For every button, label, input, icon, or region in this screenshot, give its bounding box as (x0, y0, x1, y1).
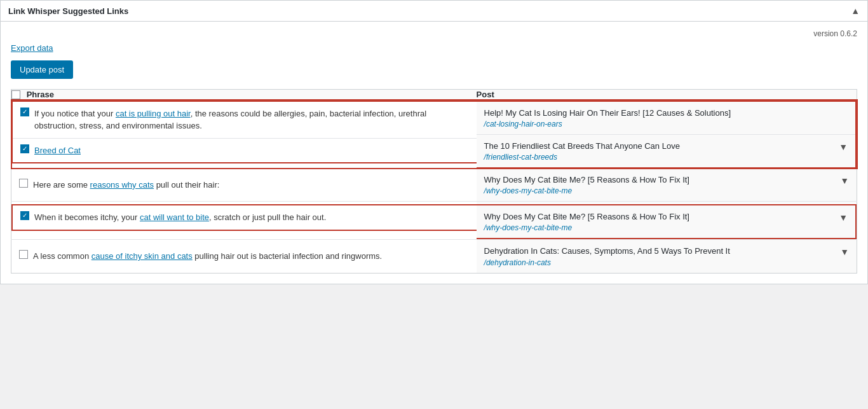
panel-header: Link Whisper Suggested Links ▲ (1, 1, 867, 22)
row1-sub-checkbox[interactable] (20, 144, 29, 153)
row1-post-title: Help! My Cat Is Losing Hair On Their Ear… (484, 107, 731, 119)
phrase-column-header: Phrase (11, 90, 477, 101)
row1-post-url[interactable]: /cat-losing-hair-on-ears (484, 120, 562, 128)
phrase-cell: When it becomes itchy, your cat will wan… (11, 202, 477, 240)
row4-checkbox[interactable] (19, 250, 28, 259)
row4-phrase-text: A less common cause of itchy skin and ca… (33, 250, 382, 263)
row1-phrase-text: If you notice that your cat is pulling o… (34, 107, 469, 132)
row1-phrase-link[interactable]: cat is pulling out hair (116, 109, 191, 118)
row1-sub-post-url[interactable]: /friendliest-cat-breeds (484, 153, 557, 162)
row4-post-url[interactable]: /dehydration-in-cats (484, 258, 551, 267)
panel-title: Link Whisper Suggested Links (8, 6, 128, 16)
post-cell: Why Does My Cat Bite Me? [5 Reasons & Ho… (477, 202, 857, 240)
row1-sub-post-title: The 10 Friendliest Cat Breeds That Anyon… (484, 141, 680, 152)
post-cell: Why Does My Cat Bite Me? [5 Reasons & Ho… (477, 169, 857, 202)
row1-checkbox[interactable] (20, 107, 29, 116)
phrase-header-label: Phrase (27, 90, 54, 99)
table-row: A less common cause of itchy skin and ca… (11, 240, 857, 273)
post-cell: Help! My Cat Is Losing Hair On Their Ear… (477, 100, 857, 169)
table-row: Here are some reasons why cats pull out … (11, 169, 857, 202)
row3-dropdown-icon[interactable]: ▼ (839, 212, 848, 223)
row1-sub-dropdown-icon[interactable]: ▼ (839, 142, 848, 152)
row2-dropdown-icon[interactable]: ▼ (840, 176, 849, 186)
panel-toggle-icon[interactable]: ▲ (851, 6, 860, 16)
post-cell: Dehydration In Cats: Causes, Symptoms, A… (477, 240, 857, 273)
table-header-row: Phrase Post (11, 90, 857, 101)
main-panel: Link Whisper Suggested Links ▲ version 0… (0, 0, 868, 284)
table-row: If you notice that your cat is pulling o… (11, 100, 857, 169)
breed-of-cat-link[interactable]: Breed of Cat (34, 144, 81, 157)
phrase-cell: A less common cause of itchy skin and ca… (11, 240, 477, 273)
row3-checkbox[interactable] (20, 211, 29, 220)
row3-phrase-link[interactable]: cat will want to bite (140, 212, 209, 222)
update-post-button[interactable]: Update post (11, 60, 73, 79)
row4-post-title: Dehydration In Cats: Causes, Symptoms, A… (484, 246, 730, 257)
row2-post-title: Why Does My Cat Bite Me? [5 Reasons & Ho… (484, 174, 689, 186)
phrase-cell: If you notice that your cat is pulling o… (11, 100, 477, 169)
row3-phrase-text: When it becomes itchy, your cat will wan… (34, 211, 326, 224)
post-column-header: Post (477, 90, 857, 101)
export-data-link[interactable]: Export data (11, 43, 53, 53)
row2-checkbox[interactable] (19, 179, 28, 188)
row4-dropdown-icon[interactable]: ▼ (840, 247, 849, 257)
row2-phrase-link[interactable]: reasons why cats (90, 180, 154, 190)
phrase-cell: Here are some reasons why cats pull out … (11, 169, 477, 202)
main-table: Phrase Post If you notice that your cat … (11, 89, 857, 274)
table-row: When it becomes itchy, your cat will wan… (11, 202, 857, 240)
row3-post-title: Why Does My Cat Bite Me? [5 Reasons & Ho… (484, 211, 689, 223)
row3-post-url[interactable]: /why-does-my-cat-bite-me (484, 223, 573, 232)
select-all-checkbox[interactable] (11, 90, 20, 99)
panel-body: version 0.6.2 Export data Update post Ph… (1, 22, 867, 284)
version-label: version 0.6.2 (11, 29, 857, 38)
row2-phrase-text: Here are some reasons why cats pull out … (33, 179, 219, 191)
row4-phrase-link[interactable]: cause of itchy skin and cats (92, 251, 193, 261)
row2-post-url[interactable]: /why-does-my-cat-bite-me (484, 186, 573, 195)
